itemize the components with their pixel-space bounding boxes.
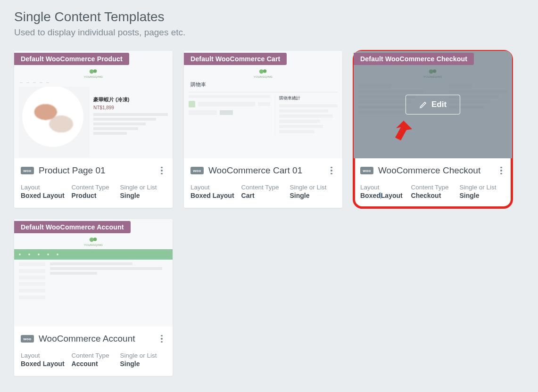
woo-icon: woo: [21, 335, 34, 343]
meta-value-single-or-list: Single: [459, 192, 505, 199]
template-card-account[interactable]: Default WooCommerce Account YOUNGQING: [14, 219, 173, 376]
meta-label-content-type: Content Type: [411, 184, 455, 191]
woo-icon: woo: [360, 167, 373, 174]
svg-point-2: [259, 69, 264, 74]
meta-label-content-type: Content Type: [72, 352, 116, 359]
meta-value-content-type: Product: [72, 192, 116, 199]
template-thumbnail[interactable]: YOUNGQING: [14, 219, 173, 327]
mini-product-price: NT$1,899: [93, 105, 168, 110]
template-thumbnail[interactable]: YOUNGQING ————— 豪華蝦片 (冷凍) NT$1,899: [14, 51, 173, 158]
meta-label-single-or-list: Single or List: [459, 184, 505, 191]
woo-icon: woo: [21, 167, 34, 174]
meta-label-single-or-list: Single or List: [120, 184, 166, 191]
svg-point-1: [93, 69, 97, 73]
hover-overlay: Edit: [354, 51, 512, 158]
default-badge: Default WooCommerce Cart: [184, 53, 287, 65]
meta-value-content-type: Account: [72, 360, 116, 368]
more-menu-icon[interactable]: [157, 333, 166, 344]
meta-value-layout: Boxed Layout: [21, 360, 67, 368]
page-subtitle: Used to display individual posts, pages …: [14, 27, 524, 38]
default-badge: Default WooCommerce Product: [14, 53, 129, 65]
more-menu-icon[interactable]: [497, 165, 505, 176]
meta-value-layout: BoxedLayout: [360, 192, 406, 199]
mini-product-title: 豪華蝦片 (冷凍): [93, 96, 168, 103]
meta-value-layout: Boxed Layout: [21, 192, 67, 199]
meta-label-single-or-list: Single or List: [290, 184, 336, 191]
svg-point-8: [93, 237, 97, 241]
meta-label-layout: Layout: [21, 352, 67, 359]
meta-value-single-or-list: Single: [120, 192, 166, 199]
template-card-checkout[interactable]: Default WooCommerce Checkout YOUNGQING: [354, 51, 512, 208]
woo-icon: woo: [190, 167, 204, 174]
edit-button-label: Edit: [431, 100, 447, 109]
default-badge: Default WooCommerce Account: [14, 221, 131, 233]
mini-cart-totals-heading: 購物車總計: [279, 95, 338, 101]
svg-point-3: [263, 69, 266, 73]
default-badge: Default WooCommerce Checkout: [354, 53, 474, 65]
meta-value-content-type: Cart: [241, 192, 285, 199]
callout-arrow-icon: [385, 118, 413, 148]
meta-label-content-type: Content Type: [72, 184, 116, 191]
meta-label-layout: Layout: [21, 184, 67, 191]
meta-label-content-type: Content Type: [241, 184, 285, 191]
brand-label: YOUNGQING: [19, 244, 168, 246]
meta-label-single-or-list: Single or List: [120, 352, 166, 359]
template-thumbnail[interactable]: YOUNGQING: [354, 51, 512, 158]
meta-value-layout: Boxed Layout: [190, 192, 237, 199]
template-title: WooCommerce Cart 01: [208, 165, 323, 176]
more-menu-icon[interactable]: [327, 165, 336, 176]
brand-label: YOUNGQING: [19, 75, 168, 78]
svg-point-0: [90, 69, 94, 74]
svg-point-7: [90, 237, 94, 242]
edit-button[interactable]: Edit: [406, 95, 460, 114]
more-menu-icon[interactable]: [157, 165, 166, 176]
template-thumbnail[interactable]: YOUNGQING 購物車 購物車總計: [184, 51, 342, 158]
page-title: Single Content Templates: [14, 9, 524, 24]
meta-value-content-type: Checkout: [411, 192, 455, 199]
svg-marker-6: [395, 121, 412, 140]
template-title: Product Page 01: [39, 165, 153, 176]
meta-value-single-or-list: Single: [290, 192, 336, 199]
template-grid: Default WooCommerce Product YOUNGQING ——…: [14, 51, 524, 376]
template-title: WooCommerce Account: [39, 334, 153, 344]
brand-label: YOUNGQING: [189, 75, 338, 78]
template-card-product[interactable]: Default WooCommerce Product YOUNGQING ——…: [14, 51, 173, 208]
pencil-icon: [419, 101, 427, 109]
template-card-cart[interactable]: Default WooCommerce Cart YOUNGQING 購物車 購…: [184, 51, 342, 208]
meta-label-layout: Layout: [190, 184, 237, 191]
mini-cart-heading: 購物車: [190, 81, 338, 88]
template-title: WooCommerce Checkout: [378, 165, 492, 176]
meta-label-layout: Layout: [360, 184, 406, 191]
meta-value-single-or-list: Single: [120, 360, 166, 368]
